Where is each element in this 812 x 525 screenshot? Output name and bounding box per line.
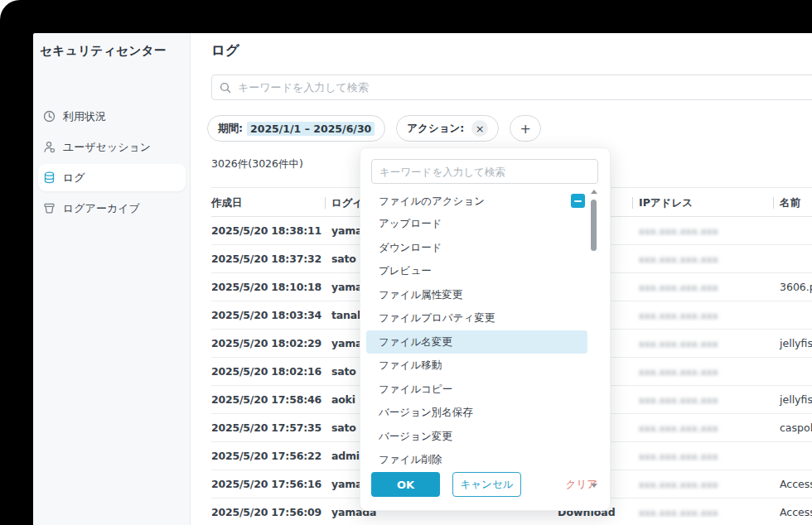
clock-icon <box>43 110 56 123</box>
action-filter-dropdown: ファイルのアクション アップロード ダウンロード プレビュー ファイル属性変更 … <box>360 147 611 511</box>
redacted-ip: xxx.xxx.xxx.xxx <box>639 311 718 321</box>
cell-ip: xxx.xxx.xxx.xxx <box>632 393 773 406</box>
redacted-ip: xxx.xxx.xxx.xxx <box>639 479 718 490</box>
close-icon[interactable]: × <box>471 120 488 137</box>
cell-ip: xxx.xxx.xxx.xxx <box>632 365 773 378</box>
search-input[interactable] <box>238 81 812 94</box>
cell-created: 2025/5/20 18:03:34 <box>211 309 325 321</box>
sidebar-item-logs[interactable]: ログ <box>38 164 186 191</box>
redacted-ip: xxx.xxx.xxx.xxx <box>639 339 718 349</box>
database-icon <box>43 171 56 184</box>
redacted-ip: xxx.xxx.xxx.xxx <box>639 451 718 462</box>
cell-created: 2025/5/20 17:58:46 <box>211 393 325 406</box>
add-filter-button[interactable]: + <box>510 115 541 142</box>
dropdown-option[interactable]: バージョン別名保存 <box>366 401 587 425</box>
cell-ip: xxx.xxx.xxx.xxx <box>632 309 773 321</box>
cell-ip: xxx.xxx.xxx.xxx <box>632 450 773 462</box>
period-chip-label: 期間: <box>218 122 243 136</box>
cell-created: 2025/5/20 17:56:16 <box>211 478 325 490</box>
cell-ip: xxx.xxx.xxx.xxx <box>632 224 773 237</box>
cell-created: 2025/5/20 18:38:11 <box>211 224 325 237</box>
filter-chip-action[interactable]: アクション: × <box>396 115 499 142</box>
cell-created: 2025/5/20 18:37:32 <box>211 253 325 265</box>
user-session-icon <box>43 141 56 153</box>
app-window: セキュリティセンター 利用状況 ユーザセッション ログ <box>33 33 812 525</box>
column-header-created[interactable]: 作成日 <box>211 188 325 216</box>
sidebar-item-label: ユーザセッション <box>63 140 151 155</box>
redacted-ip: xxx.xxx.xxx.xxx <box>639 282 718 293</box>
sidebar-item-label: ログアーカイブ <box>63 201 140 216</box>
clear-link[interactable]: クリア <box>566 478 597 492</box>
cell-name: jellyfis <box>773 393 812 406</box>
sidebar-item-label: 利用状況 <box>63 109 106 124</box>
dropdown-option[interactable]: ファイル移動 <box>366 354 587 378</box>
dropdown-option[interactable]: ファイルプロパティ変更 <box>366 306 587 330</box>
dropdown-option[interactable]: バージョン変更 <box>366 425 587 449</box>
cell-name: caspol. <box>773 421 812 434</box>
period-chip-value: 2025/1/1 – 2025/6/30 <box>247 122 375 136</box>
action-chip-label: アクション: <box>407 122 464 136</box>
result-count: 3026件(3026件中) <box>211 157 303 171</box>
sidebar-item-usage[interactable]: 利用状況 <box>38 103 186 130</box>
column-header-ip[interactable]: IPアドレス <box>632 188 773 216</box>
cell-ip: xxx.xxx.xxx.xxx <box>632 337 773 349</box>
dropdown-option-list: アップロード ダウンロード プレビュー ファイル属性変更 ファイルプロパティ変更… <box>360 212 610 472</box>
dropdown-scrollbar <box>591 191 597 466</box>
app-title: セキュリティセンター <box>40 43 167 59</box>
filter-chips: 期間: 2025/1/1 – 2025/6/30 アクション: × + <box>207 115 541 142</box>
cell-name: 3606.p <box>773 281 812 293</box>
group-label: ファイルのアクション <box>379 195 485 207</box>
cell-created: 2025/5/20 17:56:09 <box>211 506 325 518</box>
ok-button[interactable]: OK <box>371 472 440 497</box>
scroll-up-icon[interactable] <box>591 190 597 194</box>
cell-name: Access <box>773 506 812 518</box>
redacted-ip: xxx.xxx.xxx.xxx <box>639 395 718 406</box>
dropdown-group-header: ファイルのアクション <box>360 190 610 212</box>
dropdown-option[interactable]: ファイル属性変更 <box>366 283 587 307</box>
dropdown-option[interactable]: プレビュー <box>366 259 587 283</box>
dropdown-option[interactable]: ダウンロード <box>366 236 587 260</box>
sidebar-item-label: ログ <box>63 171 85 185</box>
redacted-ip: xxx.xxx.xxx.xxx <box>639 367 718 378</box>
filter-chip-period[interactable]: 期間: 2025/1/1 – 2025/6/30 <box>207 115 385 142</box>
checkbox-indeterminate-icon[interactable] <box>571 194 585 208</box>
cell-ip: xxx.xxx.xxx.xxx <box>632 421 773 434</box>
keyword-search-bar <box>211 75 812 100</box>
redacted-ip: xxx.xxx.xxx.xxx <box>639 226 718 237</box>
sidebar-item-log-archive[interactable]: ログアーカイブ <box>38 195 186 222</box>
cell-created: 2025/5/20 17:56:22 <box>211 450 325 462</box>
dropdown-search-input[interactable] <box>379 166 597 178</box>
dropdown-search-bar <box>371 159 598 184</box>
sidebar: セキュリティセンター 利用状況 ユーザセッション ログ <box>33 33 191 525</box>
cancel-button[interactable]: キャンセル <box>452 472 521 497</box>
plus-icon: + <box>520 121 531 137</box>
cell-name: jellyfish <box>773 337 812 349</box>
cell-created: 2025/5/20 18:02:16 <box>211 365 325 378</box>
cell-name: Access <box>773 478 812 490</box>
redacted-ip: xxx.xxx.xxx.xxx <box>639 508 718 518</box>
cell-ip: xxx.xxx.xxx.xxx <box>632 281 773 293</box>
dropdown-option[interactable]: ファイル削除 <box>366 448 587 472</box>
column-header-name[interactable]: 名前 <box>773 188 812 216</box>
cell-ip: xxx.xxx.xxx.xxx <box>632 253 773 265</box>
search-icon <box>220 82 231 94</box>
main-content: ログ 期間: 2025/1/1 – 2025/6/30 アクション: × + <box>191 33 812 525</box>
scrollbar-thumb[interactable] <box>591 200 597 251</box>
cell-created: 2025/5/20 18:02:29 <box>211 337 325 349</box>
redacted-ip: xxx.xxx.xxx.xxx <box>639 423 718 434</box>
redacted-ip: xxx.xxx.xxx.xxx <box>639 254 718 265</box>
desktop-background: セキュリティセンター 利用状況 ユーザセッション ログ <box>0 0 812 525</box>
minus-icon <box>574 200 582 202</box>
cell-ip: xxx.xxx.xxx.xxx <box>632 506 773 518</box>
dropdown-option-selected[interactable]: ファイル名変更 <box>366 330 587 354</box>
dropdown-footer: OK キャンセル クリア <box>360 470 610 510</box>
cell-created: 2025/5/20 17:57:35 <box>211 421 325 434</box>
page-title: ログ <box>211 41 239 60</box>
cell-ip: xxx.xxx.xxx.xxx <box>632 478 773 490</box>
dropdown-option[interactable]: ファイルコピー <box>366 378 587 402</box>
dropdown-option[interactable]: アップロード <box>366 212 587 236</box>
archive-icon <box>43 202 56 214</box>
sidebar-item-user-sessions[interactable]: ユーザセッション <box>38 133 186 161</box>
cell-created: 2025/5/20 18:10:18 <box>211 281 325 293</box>
